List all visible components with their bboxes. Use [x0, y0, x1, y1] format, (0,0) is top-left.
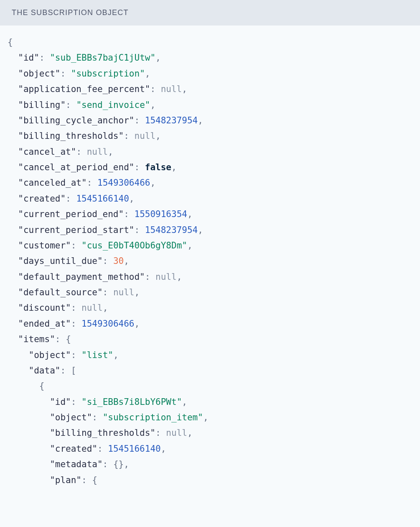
json-ended-at: 1549306466: [81, 319, 134, 329]
json-billing-cycle-anchor: 1548237954: [145, 115, 198, 125]
json-billing: send_invoice: [81, 100, 145, 110]
json-customer: cus_E0bT40Ob6gY8Dm: [87, 240, 182, 251]
json-cancel-at: null: [87, 147, 108, 157]
json-object: subscription: [76, 69, 140, 79]
json-discount: null: [81, 303, 103, 313]
json-created: 1545166140: [76, 194, 129, 204]
json-default-source: null: [113, 287, 135, 297]
panel-header: THE SUBSCRIPTION OBJECT: [0, 0, 420, 26]
json-current-period-start: 1548237954: [145, 225, 198, 235]
json-cancel-at-period-end: false: [145, 162, 171, 172]
json-item-object: subscription_item: [108, 412, 198, 422]
json-default-payment-method: null: [155, 272, 177, 282]
json-item-id: si_EBBs7i8LbY6PWt: [87, 397, 177, 407]
json-canceled-at: 1549306466: [97, 178, 150, 188]
json-code-block: { "id": "sub_EBBs7bajC1jUtw", "object": …: [0, 26, 420, 488]
json-billing-thresholds: null: [134, 131, 155, 141]
json-id: sub_EBBs7bajC1jUtw: [55, 53, 150, 63]
json-item-billing-thresholds: null: [166, 428, 187, 438]
json-application-fee-percent: null: [161, 84, 182, 94]
json-item-created: 1545166140: [108, 444, 160, 454]
json-items-object: list: [87, 350, 108, 360]
panel-title: THE SUBSCRIPTION OBJECT: [12, 8, 129, 17]
json-current-period-end: 1550916354: [134, 209, 187, 219]
json-days-until-due: 30: [113, 256, 124, 266]
